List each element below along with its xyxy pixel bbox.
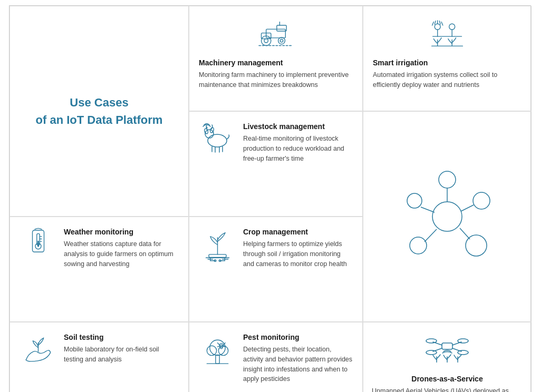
weather-desc: Weather stations capture data for analys… [64, 239, 179, 269]
svg-point-30 [206, 127, 208, 129]
smart-irrigation-text: Smart irrigation Automated irrigation sy… [373, 58, 522, 100]
crop-cell: Crop management Helping farmers to optim… [189, 217, 363, 322]
svg-point-36 [407, 193, 422, 208]
main-container: Use Cases of an IoT Data Platform [9, 5, 531, 392]
pest-desc: Detecting pests, their location, activit… [243, 345, 353, 384]
crop-icon [199, 228, 236, 262]
svg-point-5 [278, 37, 285, 44]
pest-text: Pest monitoring Detecting pests, their l… [243, 333, 353, 384]
soil-test-icon [20, 333, 56, 367]
weather-title: Weather monitoring [64, 228, 179, 236]
svg-point-32 [439, 171, 456, 188]
livestock-text: Livestock management Real-time monitorin… [243, 122, 353, 163]
network-diagram-cell [363, 111, 532, 322]
svg-point-80 [458, 350, 468, 355]
irrigation-icon [373, 17, 522, 51]
svg-point-22 [208, 134, 227, 147]
svg-line-71 [223, 346, 225, 347]
livestock-desc: Real-time monitoring of livestock produc… [243, 134, 353, 163]
machinery-title: Machinery management [199, 58, 353, 67]
livestock-cell: Livestock management Real-time monitorin… [189, 111, 363, 217]
svg-line-14 [432, 22, 434, 25]
svg-point-77 [426, 339, 437, 343]
machinery-desc: Monitoring farm machinery to implement p… [199, 70, 353, 90]
drone-icon [372, 331, 523, 365]
svg-point-31 [432, 202, 462, 231]
livestock-title: Livestock management [243, 122, 353, 131]
machinery-text: Machinery management Monitoring farm mac… [199, 58, 353, 100]
weather-cell: Weather monitoring Weather stations capt… [9, 217, 189, 322]
drones-desc: Unmanned Aerial Vehicles (UAVs) deployed… [372, 386, 523, 392]
svg-line-15 [435, 21, 436, 24]
svg-point-6 [280, 40, 283, 43]
smart-irrigation-title: Smart irrigation [373, 58, 522, 67]
machinery-cell: Machinery management Monitoring farm mac… [189, 6, 363, 111]
svg-point-35 [410, 237, 427, 254]
tractor-icon [199, 17, 353, 51]
svg-line-68 [217, 343, 219, 345]
svg-rect-61 [215, 355, 219, 364]
svg-point-79 [426, 350, 437, 355]
hero-title: Use Cases of an IoT Data Platform [36, 94, 163, 129]
svg-line-17 [439, 21, 440, 24]
svg-line-39 [460, 228, 470, 239]
crop-desc: Helping farmers to optimize yields throu… [243, 239, 353, 269]
soil-testing-title: Soil testing [64, 333, 179, 341]
svg-line-18 [441, 22, 443, 25]
svg-rect-50 [209, 254, 226, 258]
use-cases-grid: Use Cases of an IoT Data Platform [9, 6, 531, 392]
svg-line-40 [425, 229, 437, 242]
svg-line-70 [217, 346, 219, 347]
svg-point-9 [435, 24, 440, 30]
svg-point-4 [264, 39, 268, 43]
smart-irrigation-desc: Automated irrigation systems collect soi… [373, 70, 522, 90]
crop-text: Crop management Helping farmers to optim… [243, 228, 353, 269]
soil-testing-cell: Soil testing Mobile laboratory for on-fi… [9, 322, 189, 392]
svg-point-11 [449, 24, 455, 30]
drones-text: Drones-as-a-Service Unmanned Aerial Vehi… [372, 375, 523, 392]
svg-point-63 [207, 346, 216, 355]
pest-cell: Pest monitoring Detecting pests, their l… [189, 322, 363, 392]
svg-line-38 [461, 205, 474, 211]
svg-point-33 [473, 192, 490, 209]
svg-line-41 [421, 207, 435, 212]
svg-point-78 [458, 339, 468, 343]
thermometer-icon [20, 228, 56, 262]
weather-text: Weather monitoring Weather stations capt… [64, 228, 179, 269]
drones-title: Drones-as-a-Service [372, 375, 523, 383]
svg-rect-2 [277, 25, 286, 31]
svg-rect-72 [442, 343, 452, 349]
hero-cell: Use Cases of an IoT Data Platform [9, 6, 189, 217]
pest-title: Pest monitoring [243, 333, 353, 341]
drones-cell: Drones-as-a-Service Unmanned Aerial Vehi… [363, 322, 532, 392]
smart-irrigation-cell: Smart irrigation Automated irrigation sy… [363, 6, 532, 111]
soil-testing-desc: Mobile laboratory for on-field soil test… [64, 345, 179, 365]
cow-icon [199, 122, 236, 154]
pest-icon [199, 333, 236, 367]
soil-testing-text: Soil testing Mobile laboratory for on-fi… [64, 333, 179, 365]
crop-title: Crop management [243, 228, 353, 236]
